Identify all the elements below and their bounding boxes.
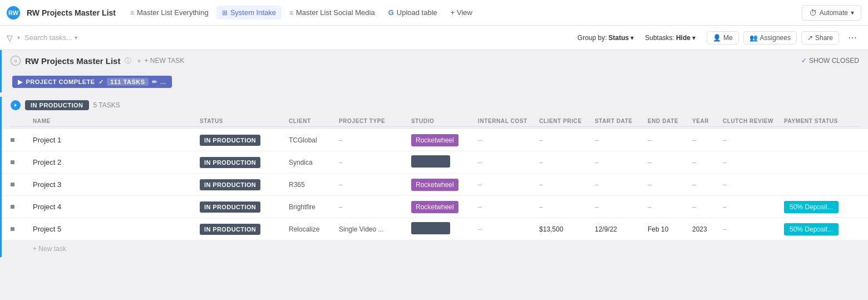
automate-icon: ⏱: [809, 8, 817, 17]
plus-icon: ＋: [136, 56, 142, 66]
client-cell: TCGlobal: [289, 136, 339, 144]
year-cell: –: [692, 181, 723, 189]
nav-tab-label: System Intake: [230, 8, 276, 17]
share-button[interactable]: ↗ Share: [801, 31, 839, 45]
top-nav: RW RW Projects Master List ≡ Master List…: [0, 0, 868, 26]
google-icon: G: [388, 8, 394, 17]
client-cell: Brightfire: [289, 203, 339, 211]
year-cell: –: [692, 136, 723, 144]
task-name: Project 1: [33, 136, 200, 144]
nav-tab-master-list-everything[interactable]: ≡ Master List Everything: [125, 6, 214, 19]
status-cell: IN PRODUCTION: [200, 203, 289, 211]
assignees-button[interactable]: 👥 Assignees: [743, 31, 797, 45]
nav-tab-label: Master List Social Media: [296, 8, 375, 17]
chevron-down-icon-subtasks: ▾: [692, 34, 696, 42]
me-button[interactable]: 👤 Me: [707, 31, 739, 45]
project-title: RW Projects Master List: [25, 56, 120, 66]
project-type-cell: –: [339, 203, 411, 211]
in-production-group: IN PRODUCTION 5 TASKS NAME STATUS CLIENT…: [0, 97, 868, 257]
automate-button[interactable]: ⏱ Automate ▾: [802, 5, 861, 21]
col-name: NAME: [33, 118, 200, 124]
show-closed-label: SHOW CLOSED: [809, 57, 859, 65]
subtasks-label: Subtasks:: [645, 34, 674, 42]
table-row[interactable]: Project 5 IN PRODUCTION Relocalize Singl…: [2, 218, 868, 240]
subtasks: Subtasks: Hide ▾: [645, 34, 696, 42]
list-icon-2: ≡: [289, 9, 293, 17]
group-header: IN PRODUCTION 5 TASKS: [0, 97, 868, 114]
main-content: ○ RW Projects Master List ⓘ ＋ + NEW TASK…: [0, 50, 868, 300]
edit-icon[interactable]: ✏: [152, 78, 157, 86]
project-complete-badge[interactable]: ▶ PROJECT COMPLETE ✓ 111 TASKS ✏ ...: [12, 76, 172, 88]
table-row[interactable]: Project 3 IN PRODUCTION R365 – Rocketwhe…: [2, 174, 868, 196]
table-row[interactable]: Project 4 IN PRODUCTION Brightfire – Roc…: [2, 196, 868, 218]
chevron-down-icon: ▾: [851, 9, 854, 17]
automate-label: Automate: [820, 9, 848, 17]
list-icon: ≡: [130, 9, 134, 17]
studio-dark-badge: [411, 155, 450, 168]
new-task-button[interactable]: ＋ + NEW TASK: [136, 56, 184, 66]
row-dot: [11, 183, 33, 186]
col-status: STATUS: [200, 118, 289, 124]
nav-tab-label: Upload table: [397, 8, 437, 17]
new-task-row[interactable]: + New task: [0, 240, 868, 257]
status-cell: IN PRODUCTION: [200, 180, 289, 189]
studio-cell: Rocketwheel: [411, 136, 478, 144]
nav-tab-view[interactable]: + View: [445, 6, 478, 19]
group-badge: IN PRODUCTION: [25, 100, 89, 110]
project-type-cell: –: [339, 136, 411, 144]
status-cell: IN PRODUCTION: [200, 136, 289, 144]
nav-tab-upload-table[interactable]: G Upload table: [383, 6, 443, 19]
filter-icon[interactable]: ▽: [7, 33, 13, 42]
group-by-value[interactable]: Status: [609, 34, 629, 42]
end-date-cell: –: [648, 203, 692, 211]
me-label: Me: [723, 34, 733, 42]
info-icon[interactable]: ⓘ: [125, 56, 131, 66]
table-row[interactable]: Project 1 IN PRODUCTION TCGlobal – Rocke…: [2, 129, 868, 151]
project-collapse-button[interactable]: ○: [11, 56, 21, 66]
status-cell: IN PRODUCTION: [200, 158, 289, 166]
row-dot: [11, 205, 33, 209]
studio-cell: Rocketwheel: [411, 203, 478, 211]
col-client: CLIENT: [289, 118, 339, 124]
client-price-cell: –: [539, 181, 595, 189]
clutch-review-cell: –: [723, 203, 784, 211]
task-name: Project 5: [33, 225, 200, 233]
clutch-review-cell: –: [723, 159, 784, 166]
nav-tab-master-list-social-media[interactable]: ≡ Master List Social Media: [284, 6, 381, 19]
payment-status-cell: 50% Deposit...: [784, 225, 856, 233]
search-box[interactable]: Search tasks... ▾: [24, 33, 77, 42]
internal-cost-cell: –: [478, 225, 539, 233]
table-row[interactable]: Project 2 IN PRODUCTION Syndica – – – – …: [2, 151, 868, 174]
clutch-review-cell: –: [723, 136, 784, 144]
client-cell: Syndica: [289, 159, 339, 166]
chevron-down-icon-group: ▾: [630, 34, 634, 42]
client-price-cell: –: [539, 159, 595, 166]
col-clutch-review: CLUTCH REVIEW: [723, 118, 784, 124]
clutch-review-cell: –: [723, 225, 784, 233]
svg-marker-0: [14, 104, 17, 107]
check-icon: ✓: [801, 57, 807, 65]
task-rows: Project 1 IN PRODUCTION TCGlobal – Rocke…: [0, 129, 868, 240]
more-options-button[interactable]: ⋯: [844, 30, 861, 45]
assignees-icon: 👥: [749, 34, 758, 42]
share-label: Share: [815, 34, 833, 42]
chevron-down-icon: ▾: [75, 35, 77, 41]
status-cell: IN PRODUCTION: [200, 225, 289, 233]
more-icon[interactable]: ...: [160, 78, 166, 85]
task-name: Project 4: [33, 203, 200, 211]
project-type-cell: Single Video ...: [339, 225, 411, 233]
col-payment-status: PAYMENT STATUS: [784, 118, 856, 124]
column-headers: NAME STATUS CLIENT PROJECT TYPE STUDIO I…: [0, 114, 868, 129]
col-start-date: START DATE: [595, 118, 648, 124]
toolbar: ▽ ▾ Search tasks... ▾ Group by: Status ▾…: [0, 26, 868, 50]
toolbar-actions: 👤 Me 👥 Assignees ↗ Share ⋯: [707, 30, 861, 45]
search-placeholder: Search tasks...: [24, 33, 72, 42]
subtasks-value[interactable]: Hide: [676, 34, 691, 42]
studio-dark-badge-2: [411, 222, 450, 234]
grid-icon: ⊞: [222, 9, 228, 17]
show-closed-button[interactable]: ✓ SHOW CLOSED: [801, 57, 859, 65]
row-dot: [11, 138, 33, 142]
group-toggle-button[interactable]: [11, 100, 21, 110]
internal-cost-cell: –: [478, 159, 539, 166]
nav-tab-system-intake[interactable]: ⊞ System Intake: [216, 6, 282, 19]
